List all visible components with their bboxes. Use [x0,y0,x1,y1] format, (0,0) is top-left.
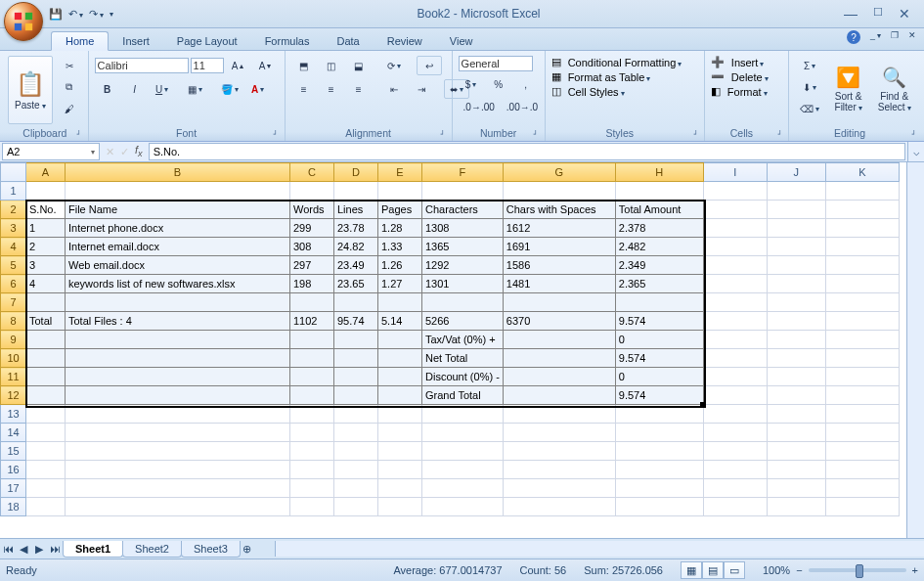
cell-A18[interactable] [26,498,66,516]
cell-F11[interactable]: Discount (0%) - [422,368,504,386]
bold-button[interactable]: B [95,79,120,99]
cell-E18[interactable] [378,498,422,516]
row-header-9[interactable]: 9 [1,331,26,349]
cell-C16[interactable] [290,461,334,479]
cell-J2[interactable] [767,201,825,219]
zoom-slider[interactable] [809,568,906,572]
tab-page-layout[interactable]: Page Layout [163,32,251,50]
cell-A1[interactable] [26,182,66,201]
cell-H14[interactable] [615,424,703,442]
clear-button[interactable]: ⌫ [795,99,824,118]
cell-A12[interactable] [26,386,66,405]
cell-J12[interactable] [767,386,825,405]
cell-E16[interactable] [378,461,422,479]
cell-A9[interactable] [26,331,66,349]
cell-H9[interactable]: 0 [615,331,703,349]
cell-E17[interactable] [378,479,422,498]
cell-J11[interactable] [767,368,825,386]
cell-D9[interactable] [334,331,378,349]
cell-J1[interactable] [767,182,825,201]
cell-D7[interactable] [334,293,378,312]
cell-K9[interactable] [825,331,899,349]
font-color-button[interactable]: A [245,79,271,99]
cell-C7[interactable] [290,293,334,312]
cell-C12[interactable] [290,386,334,405]
font-name-combo[interactable] [95,58,189,73]
paste-button[interactable]: 📋 Paste [8,56,53,124]
orientation-button[interactable]: ⟳ [381,56,407,75]
cell-C9[interactable] [290,331,334,349]
increase-font-button[interactable]: A▲ [226,56,251,75]
cell-F6[interactable]: 1301 [422,275,504,293]
cell-D16[interactable] [334,461,378,479]
cell-K4[interactable] [825,238,899,256]
cell-H1[interactable] [615,182,703,201]
mdi-restore-icon[interactable]: ❐ [891,30,899,44]
cell-B17[interactable] [66,479,290,498]
borders-button[interactable]: ▦ [183,79,208,99]
tab-formulas[interactable]: Formulas [251,32,324,50]
row-header-4[interactable]: 4 [1,238,26,256]
col-header-J[interactable]: J [767,163,825,182]
row-header-15[interactable]: 15 [1,442,26,461]
font-size-combo[interactable] [191,58,224,73]
cell-F15[interactable] [422,442,504,461]
cell-E4[interactable]: 1.33 [378,238,422,256]
cell-D4[interactable]: 24.82 [334,238,378,256]
cell-I17[interactable] [703,479,767,498]
cell-B8[interactable]: Total Files : 4 [66,312,290,331]
decrease-indent-button[interactable]: ⇤ [381,79,407,99]
cell-J15[interactable] [767,442,825,461]
cell-E1[interactable] [378,182,422,201]
cell-H16[interactable] [615,461,703,479]
cell-K18[interactable] [825,498,899,516]
view-page-break-button[interactable]: ▭ [724,561,745,579]
wrap-text-button[interactable]: ↩ [417,56,442,75]
tab-home[interactable]: Home [51,31,109,51]
sheet-tab-sheet1[interactable]: Sheet1 [63,541,123,558]
row-header-17[interactable]: 17 [1,479,26,498]
cell-E5[interactable]: 1.26 [378,256,422,275]
cell-F14[interactable] [422,424,504,442]
cell-K6[interactable] [825,275,899,293]
cell-J16[interactable] [767,461,825,479]
cell-G15[interactable] [503,442,615,461]
cell-K1[interactable] [825,182,899,201]
col-header-G[interactable]: G [503,163,615,182]
cell-E2[interactable]: Pages [378,201,422,219]
cell-H4[interactable]: 2.482 [615,238,703,256]
cell-A3[interactable]: 1 [26,219,66,238]
cell-I9[interactable] [703,331,767,349]
row-header-16[interactable]: 16 [1,461,26,479]
col-header-I[interactable]: I [703,163,767,182]
cell-J17[interactable] [767,479,825,498]
cell-I18[interactable] [703,498,767,516]
cell-I3[interactable] [703,219,767,238]
select-all-cell[interactable] [1,163,26,182]
cell-A13[interactable] [26,405,66,424]
row-header-7[interactable]: 7 [1,293,26,312]
cell-I13[interactable] [703,405,767,424]
cell-H17[interactable] [615,479,703,498]
col-header-C[interactable]: C [290,163,334,182]
formula-input[interactable]: S.No. [149,143,905,160]
cell-J6[interactable] [767,275,825,293]
cell-G18[interactable] [503,498,615,516]
cell-E8[interactable]: 5.14 [378,312,422,331]
cell-C17[interactable] [290,479,334,498]
tab-view[interactable]: View [436,32,487,50]
cell-B18[interactable] [66,498,290,516]
align-bottom-button[interactable]: ⬓ [346,56,372,75]
cell-A2[interactable]: S.No. [26,201,66,219]
sheet-nav-last[interactable]: ⏭ [47,543,63,555]
spreadsheet-grid[interactable]: ABCDEFGHIJK12S.No.File NameWordsLinesPag… [0,162,924,538]
decrease-font-button[interactable]: A▼ [253,56,279,75]
cell-K10[interactable] [825,349,899,368]
cell-C11[interactable] [290,368,334,386]
cancel-formula-icon[interactable]: ✕ [106,146,114,158]
cell-J4[interactable] [767,238,825,256]
view-page-layout-button[interactable]: ▤ [702,561,724,579]
cell-F13[interactable] [422,405,504,424]
cell-D6[interactable]: 23.65 [334,275,378,293]
cell-C1[interactable] [290,182,334,201]
